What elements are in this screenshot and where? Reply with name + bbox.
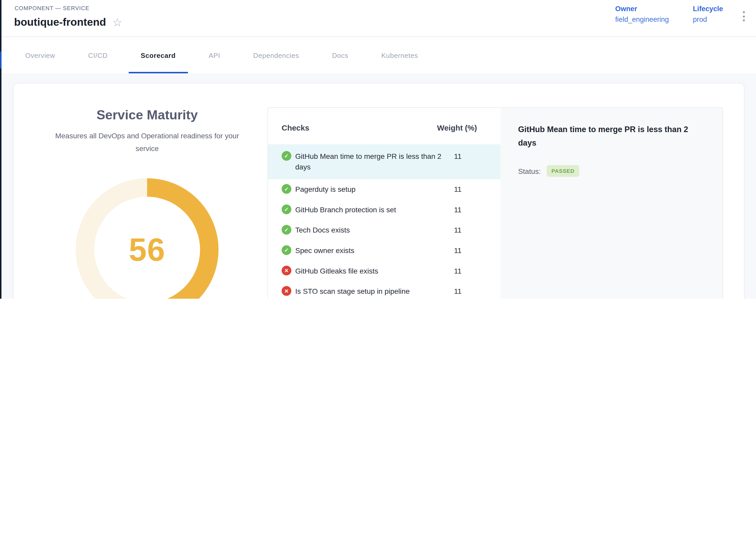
check-label: Pagerduty is setup bbox=[295, 184, 442, 195]
check-passed-icon: ✓ bbox=[282, 184, 291, 194]
weight-column-header: Weight (%) bbox=[437, 124, 501, 133]
scorecard-card: Service Maturity Measures all DevOps and… bbox=[13, 83, 744, 299]
tab-kubernetes[interactable]: Kubernetes bbox=[369, 37, 430, 73]
check-passed-icon: ✓ bbox=[282, 204, 291, 214]
check-weight: 11 bbox=[442, 266, 461, 276]
app-viewport: COMPONENT — SERVICE boutique-frontend ☆ … bbox=[0, 0, 756, 299]
check-passed-icon: ✓ bbox=[282, 225, 291, 234]
checks-column-header: Checks bbox=[282, 124, 437, 133]
check-row[interactable]: ✓GitHub Mean time to merge PR is less th… bbox=[268, 144, 501, 179]
sidebar-active-indicator bbox=[0, 51, 2, 68]
check-weight: 11 bbox=[442, 286, 461, 297]
tab-docs[interactable]: Docs bbox=[320, 37, 360, 73]
check-label: GitHub Gitleaks file exists bbox=[295, 266, 442, 276]
check-label: Tech Docs exists bbox=[295, 225, 442, 236]
tab-overview[interactable]: Overview bbox=[13, 37, 67, 73]
check-failed-icon: ✕ bbox=[282, 266, 291, 275]
tab-api[interactable]: API bbox=[197, 37, 232, 73]
check-row[interactable]: ✕GitHub Gitleaks file exists11 bbox=[268, 261, 501, 281]
check-weight: 11 bbox=[442, 204, 461, 215]
maturity-score-value: 56 bbox=[129, 231, 165, 268]
entity-header: COMPONENT — SERVICE boutique-frontend ☆ … bbox=[0, 0, 756, 37]
breadcrumb: COMPONENT — SERVICE bbox=[15, 5, 89, 11]
favorite-star-icon[interactable]: ☆ bbox=[112, 17, 122, 28]
check-detail-panel: GitHub Mean time to merge PR is less tha… bbox=[501, 108, 723, 299]
check-weight: 11 bbox=[442, 151, 461, 162]
tab-bar: OverviewCI/CDScorecardAPIDependenciesDoc… bbox=[0, 37, 756, 73]
tab-ci-cd[interactable]: CI/CD bbox=[76, 37, 120, 73]
tab-dependencies[interactable]: Dependencies bbox=[241, 37, 311, 73]
lifecycle-label: Lifecycle bbox=[693, 5, 723, 13]
page-title: boutique-frontend bbox=[14, 16, 106, 29]
scorecard-description: Measures all DevOps and Operational read… bbox=[45, 130, 249, 154]
maturity-score-donut: 56 bbox=[76, 178, 219, 299]
lifecycle-block: Lifecycle prod bbox=[693, 5, 723, 23]
check-weight: 11 bbox=[442, 225, 461, 236]
lifecycle-value: prod bbox=[693, 16, 723, 23]
check-row[interactable]: ✓Spec owner exists11 bbox=[268, 240, 501, 261]
check-weight: 11 bbox=[442, 184, 461, 195]
check-row[interactable]: ✕Is STO scan stage setup in pipeline11 bbox=[268, 281, 501, 299]
collapsed-sidebar[interactable] bbox=[0, 0, 2, 299]
check-row[interactable]: ✓Tech Docs exists11 bbox=[268, 220, 501, 241]
scorecard-title: Service Maturity bbox=[14, 108, 280, 123]
more-options-kebab-icon[interactable] bbox=[742, 10, 746, 22]
owner-value-link[interactable]: field_engineering bbox=[615, 16, 669, 23]
check-passed-icon: ✓ bbox=[282, 245, 291, 255]
checks-table-header: Checks Weight (%) bbox=[268, 108, 501, 144]
check-passed-icon: ✓ bbox=[282, 151, 291, 161]
owner-block: Owner field_engineering bbox=[615, 5, 669, 23]
check-label: GitHub Mean time to merge PR is less tha… bbox=[295, 151, 442, 172]
check-failed-icon: ✕ bbox=[282, 286, 291, 296]
check-label: Spec owner exists bbox=[295, 245, 442, 256]
checks-table: Checks Weight (%) ✓GitHub Mean time to m… bbox=[268, 108, 501, 299]
status-label: Status: bbox=[518, 167, 541, 175]
check-label: GitHub Branch protection is set bbox=[295, 204, 442, 215]
check-weight: 11 bbox=[442, 245, 461, 256]
tab-scorecard[interactable]: Scorecard bbox=[129, 37, 188, 73]
check-detail-title: GitHub Mean time to merge PR is less tha… bbox=[518, 122, 705, 150]
check-label: Is STO scan stage setup in pipeline bbox=[295, 286, 442, 297]
checks-panel: Checks Weight (%) ✓GitHub Mean time to m… bbox=[268, 108, 723, 299]
check-row[interactable]: ✓GitHub Branch protection is set11 bbox=[268, 200, 501, 220]
check-row[interactable]: ✓Pagerduty is setup11 bbox=[268, 179, 501, 200]
owner-label: Owner bbox=[615, 5, 669, 13]
status-badge: PASSED bbox=[547, 165, 579, 177]
